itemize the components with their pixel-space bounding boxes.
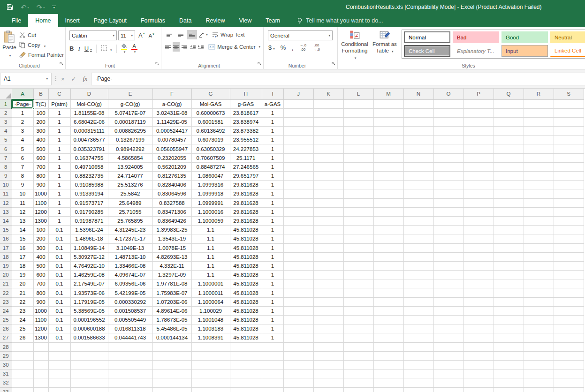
cell-M26[interactable]	[373, 324, 403, 333]
cell-I14[interactable]: 1	[262, 216, 283, 225]
cell-D4[interactable]: 0.000315111	[70, 127, 108, 136]
tab-insert[interactable]: Insert	[58, 14, 87, 27]
tab-formulas[interactable]: Formulas	[134, 14, 172, 27]
cell-D7[interactable]: 0.16374755	[70, 153, 108, 162]
cell-I24[interactable]: 1	[262, 306, 283, 315]
cell-L11[interactable]	[343, 189, 373, 198]
cell-M24[interactable]	[373, 306, 403, 315]
cell-K30[interactable]	[313, 360, 343, 369]
cell-L5[interactable]	[343, 136, 373, 144]
cell-K19[interactable]	[313, 261, 343, 270]
cell-G2[interactable]: 0.60000673	[191, 108, 230, 117]
cell-D2[interactable]: 1.81155E-08	[70, 108, 108, 117]
row-header-27[interactable]: 27	[0, 333, 12, 342]
cell-Q26[interactable]	[494, 324, 524, 333]
cell-K22[interactable]	[313, 288, 343, 297]
cell-style-check-cell[interactable]: Check Cell	[404, 45, 450, 57]
cell-H32[interactable]	[230, 378, 262, 387]
cell-H5[interactable]: 23.955512	[230, 136, 262, 144]
cell-H11[interactable]: 29.811628	[230, 189, 262, 198]
cell-C5[interactable]: 1	[48, 136, 70, 144]
cell-H7[interactable]: 25.1171	[230, 153, 262, 162]
cell-Q17[interactable]	[494, 243, 524, 252]
cell-D30[interactable]	[70, 360, 108, 369]
cell-E9[interactable]: 24.714077	[108, 172, 152, 181]
cell-J30[interactable]	[283, 360, 313, 369]
cell-C18[interactable]: 0.1	[48, 252, 70, 261]
cell-J16[interactable]	[283, 234, 313, 243]
cell-B4[interactable]: 300	[33, 127, 48, 136]
cell-L21[interactable]	[343, 279, 373, 288]
cell-O16[interactable]	[433, 234, 463, 243]
cell-E30[interactable]	[108, 360, 152, 369]
cell-F21[interactable]: 1.97781E-08	[152, 279, 191, 288]
cell-S2[interactable]	[554, 108, 584, 117]
cell-K17[interactable]	[313, 243, 343, 252]
accounting-format-button[interactable]: $	[268, 44, 275, 51]
cell-E3[interactable]: 0.000187119	[108, 117, 152, 126]
cell-D27[interactable]: 0.001586633	[70, 333, 108, 342]
row-header-9[interactable]: 9	[0, 172, 12, 181]
cell-E14[interactable]: 25.765895	[108, 216, 152, 225]
cell-A10[interactable]: 9	[12, 181, 33, 189]
cell-A24[interactable]: 23	[12, 306, 33, 315]
cell-L7[interactable]	[343, 153, 373, 162]
cell-I15[interactable]: 1	[262, 226, 283, 234]
enter-icon[interactable]: ✓	[71, 75, 76, 83]
align-left-button[interactable]	[164, 42, 172, 52]
cell-A18[interactable]: 17	[12, 252, 33, 261]
row-header-13[interactable]: 13	[0, 207, 12, 216]
cell-I7[interactable]: 1	[262, 153, 283, 162]
cell-H6[interactable]: 24.227853	[230, 144, 262, 153]
cell-A1[interactable]: -Page-	[12, 99, 33, 108]
cell-K28[interactable]	[313, 342, 343, 351]
cell-O29[interactable]	[433, 351, 463, 360]
cell-J3[interactable]	[283, 117, 313, 126]
cell-K1[interactable]	[313, 99, 343, 108]
cell-F6[interactable]: 0.056055947	[152, 144, 191, 153]
cell-D29[interactable]	[70, 351, 108, 360]
cell-Q11[interactable]	[494, 189, 524, 198]
cell-R23[interactable]	[524, 297, 554, 306]
cell-A20[interactable]: 19	[12, 271, 33, 279]
cell-H26[interactable]: 45.811028	[230, 324, 262, 333]
cell-F1[interactable]: a-CO(g)	[152, 99, 191, 108]
cell-N17[interactable]	[403, 243, 433, 252]
cell-K25[interactable]	[313, 316, 343, 324]
row-header-4[interactable]: 4	[0, 127, 12, 136]
row-header-24[interactable]: 24	[0, 306, 12, 315]
cell-J32[interactable]	[283, 378, 313, 387]
cell-F9[interactable]: 0.81276135	[152, 172, 191, 181]
cut-button[interactable]: Cut	[18, 30, 65, 40]
cell-E19[interactable]: 1.33466E-08	[108, 261, 152, 270]
cell-S24[interactable]	[554, 306, 584, 315]
column-header-B[interactable]: B	[33, 89, 48, 99]
cell-S7[interactable]	[554, 153, 584, 162]
cell-B23[interactable]: 900	[33, 297, 48, 306]
tab-view[interactable]: View	[232, 14, 258, 27]
cell-M13[interactable]	[373, 207, 403, 216]
paste-dropdown[interactable]	[8, 50, 11, 59]
cell-M17[interactable]	[373, 243, 403, 252]
cell-style-normal[interactable]: Normal	[404, 31, 450, 43]
cell-J13[interactable]	[283, 207, 313, 216]
cell-H30[interactable]	[230, 360, 262, 369]
cell-F23[interactable]: 1.07203E-06	[152, 297, 191, 306]
cell-R5[interactable]	[524, 136, 554, 144]
cell-M11[interactable]	[373, 189, 403, 198]
cell-F10[interactable]: 0.82840406	[152, 181, 191, 189]
cell-R3[interactable]	[524, 117, 554, 126]
row-header-17[interactable]: 17	[0, 243, 12, 252]
cell-Q24[interactable]	[494, 306, 524, 315]
cell-D11[interactable]: 0.91339194	[70, 189, 108, 198]
cell-C10[interactable]: 1	[48, 181, 70, 189]
cell-S5[interactable]	[554, 136, 584, 144]
cell-D9[interactable]: 0.88232735	[70, 172, 108, 181]
copy-button[interactable]: Copy	[18, 40, 65, 50]
cell-A6[interactable]: 5	[12, 144, 33, 153]
cell-P2[interactable]	[463, 108, 494, 117]
cell-E32[interactable]	[108, 378, 152, 387]
cell-I21[interactable]: 1	[262, 279, 283, 288]
cell-R12[interactable]	[524, 198, 554, 207]
cell-O22[interactable]	[433, 288, 463, 297]
